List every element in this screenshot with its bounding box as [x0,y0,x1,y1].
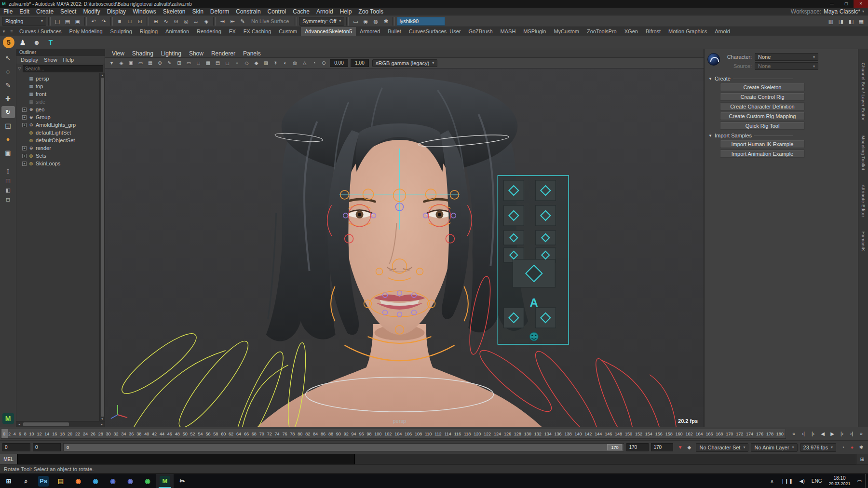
panel-tab[interactable]: Modeling Toolkit [861,136,866,170]
character-set-selector[interactable]: No Character Set ▾ [696,443,748,452]
menu-item[interactable]: Help [337,8,355,15]
field-chart-icon[interactable]: ▤ [213,59,222,68]
menu-item[interactable]: Constrain [232,8,264,15]
shelf-tab[interactable]: Bifrost [642,27,665,36]
menu-item[interactable]: Deform [207,8,232,15]
menu-item[interactable]: Control [264,8,290,15]
shaded-icon[interactable]: ◆ [252,59,261,68]
taskbar-clock[interactable]: 18:10 29.03.2021 [826,474,854,488]
menu-item[interactable]: Show [185,50,207,57]
rename-field[interactable] [397,17,445,26]
hik-button[interactable]: Import Human IK Example [720,140,805,148]
expand-toggle[interactable] [22,92,27,96]
outliner-item[interactable]: + ⊕ Group [16,113,105,121]
menu-item[interactable]: Skeleton [160,8,189,15]
play-backwards-icon[interactable]: ◀ [818,429,827,438]
outliner-item[interactable]: ▦ side [16,98,105,106]
anim-layer-selector[interactable]: No Anim Layer ▾ [751,443,797,452]
panel-tab[interactable]: Channel Box / Layer Editor [861,63,866,121]
go-to-start-icon[interactable]: « [789,429,798,438]
layout-persp-outliner[interactable]: ◧ [2,186,14,194]
step-forward-key-icon[interactable]: |› [838,429,846,438]
live-surface-label[interactable]: No Live Surface [251,18,289,24]
shelf-tab[interactable]: GoZBrush [464,27,496,36]
hik-button[interactable]: Create Skeleton [720,83,805,91]
select-object-icon[interactable]: □ [125,16,135,26]
step-back-frame-icon[interactable]: ‹| [799,429,808,438]
menu-item[interactable]: Panels [239,50,265,57]
menu-item[interactable]: File [0,8,16,15]
shadows-icon[interactable]: ◐ [281,59,290,68]
shelf-tab[interactable]: Curves / Surfaces [15,27,65,36]
close-button[interactable]: ✕ [854,0,868,8]
grid-toggle-icon[interactable]: ⊞ [175,59,184,68]
hik-button[interactable]: Create Custom Rig Mapping [720,112,805,120]
scene-3d-view[interactable]: A persp 20.2 fps [105,68,704,427]
picker-t-icon[interactable]: T [45,37,56,48]
menuset-selector[interactable]: Rigging ▾ [2,17,46,26]
menu-item[interactable]: Edit [16,8,33,15]
outliner-item[interactable]: ▦ persp [16,75,105,82]
expand-toggle[interactable]: + [22,162,27,166]
outliner-item[interactable]: ▦ top [16,82,105,90]
expand-toggle[interactable]: + [22,123,27,127]
menu-item[interactable]: Cache [289,8,313,15]
create-section-header[interactable]: ▼ Create [705,73,858,83]
auto-key-icon[interactable]: ● [848,443,856,452]
workspace-selector[interactable]: Maya Classic* [824,8,860,15]
expand-toggle[interactable]: + [22,146,27,150]
snipping-tool-icon[interactable]: ✂ [174,474,191,488]
menu-item[interactable]: Display [18,56,41,64]
shelf-tab[interactable]: MSPlugin [519,27,550,36]
shelf-tab[interactable]: Sculpting [107,27,136,36]
animation-end-field[interactable] [651,443,673,451]
telegram-icon[interactable]: ◉ [87,474,104,488]
menu-item[interactable]: Modify [80,8,103,15]
scroll-right-icon[interactable]: ▸ [99,422,105,426]
scroll-left-icon[interactable]: ◂ [16,422,22,426]
outliner-item[interactable]: + ⊕ ArnoldLights_grp [16,121,105,129]
rotate-tool[interactable]: ↻ [1,106,15,118]
anti-aliasing-icon[interactable]: △ [300,59,309,68]
animation-start-field[interactable] [2,443,30,451]
snap-curve-icon[interactable]: ∿ [161,16,171,26]
gamma-field[interactable] [351,59,369,67]
scrollbar-thumb[interactable] [101,78,104,417]
menu-item[interactable]: Arnold [313,8,337,15]
new-scene-icon[interactable]: ▢ [53,16,62,26]
textured-icon[interactable]: ▨ [261,59,271,68]
shelf-tab[interactable]: AdvancedSkeleton5 [301,27,356,36]
maya-icon[interactable]: M [156,474,174,488]
go-to-end-icon[interactable]: » [857,429,866,438]
camera-attributes-icon[interactable]: ▣ [126,59,136,68]
scale-tool[interactable]: ◱ [1,120,15,132]
search-icon[interactable]: ⌕ [17,474,35,488]
playback-end-field[interactable] [626,443,649,451]
construction-history-icon[interactable]: ✎ [238,16,247,26]
open-scene-icon[interactable]: ▤ [63,16,72,26]
fps-selector[interactable]: 23.976 fps ▾ [800,443,836,452]
hik-button[interactable]: Quick Rig Tool [720,122,805,130]
grease-pencil-icon[interactable]: ✎ [165,59,174,68]
gate-mask-icon[interactable]: ▩ [203,59,213,68]
outliner-item[interactable]: ▦ front [16,90,105,98]
layout-single-pane[interactable]: ▯ [2,166,14,175]
outliner-search-input[interactable] [23,65,103,72]
snap-projected-center-icon[interactable]: ◎ [181,16,191,26]
expand-toggle[interactable]: + [22,154,27,158]
menu-item[interactable]: Windows [129,8,160,15]
snap-grid-icon[interactable]: ⊞ [151,16,161,26]
modeling-toolkit-toggle-icon[interactable]: ▦ [856,16,866,26]
menu-item[interactable]: Help [61,56,77,64]
expand-toggle[interactable] [22,77,27,81]
snap-point-icon[interactable]: ⊙ [171,16,181,26]
ipr-render-icon[interactable]: ◍ [371,16,380,26]
shelf-tab[interactable]: Motion Graphics [665,27,711,36]
panel-tab[interactable]: Attribute Editor [861,185,866,217]
panel-tab[interactable]: HumanIK [861,231,866,251]
output-connections-icon[interactable]: ⇤ [228,16,237,26]
snap-view-plane-icon[interactable]: ▱ [191,16,201,26]
exposure-field[interactable] [330,59,348,67]
render-settings-icon[interactable]: ✱ [381,16,391,26]
import-samples-section-header[interactable]: ▼ Import Samples [705,130,858,140]
